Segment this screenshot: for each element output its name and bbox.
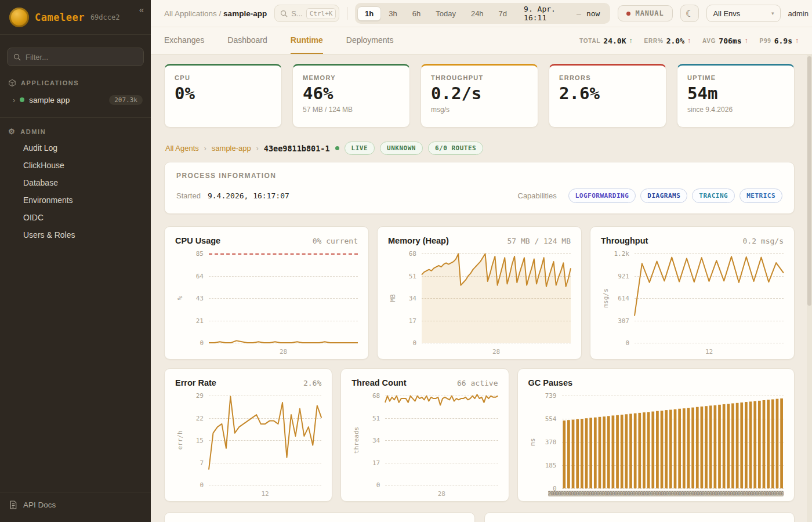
capability-metrics: METRICS: [740, 188, 782, 203]
kpi-card-throughput: THROUGHPUT 0.2/s msg/s: [420, 64, 538, 128]
time-range-today[interactable]: Today: [428, 6, 463, 21]
breadcrumb-current: sample-app: [223, 9, 267, 18]
current-user-label[interactable]: admin: [788, 9, 809, 18]
time-range-display[interactable]: 9. Apr. 16:11 — now: [514, 5, 608, 22]
y-axis-label: %: [176, 296, 183, 300]
process-panel-title: PROCESS INFORMATION: [176, 172, 782, 180]
y-axis-label: err/h: [176, 430, 183, 449]
environment-select[interactable]: All Envs ▾: [706, 5, 780, 22]
sidebar-item-oidc[interactable]: OIDC: [0, 209, 151, 226]
tab-bar: Exchanges Dashboard Runtime Deployments …: [151, 27, 812, 55]
manual-refresh-button[interactable]: MANUAL: [618, 5, 672, 21]
time-range-6h[interactable]: 6h: [405, 6, 428, 21]
sidebar-item-environments[interactable]: Environments: [0, 191, 151, 209]
y-axis-ticks: 7395543701850: [537, 396, 557, 488]
build-version: 69dcce2: [90, 13, 120, 21]
time-to: now: [586, 9, 600, 18]
global-search-input[interactable]: S... Ctrl+K: [274, 5, 339, 22]
chart-title: GC Pauses: [528, 378, 573, 387]
vertical-scrollbar[interactable]: [807, 55, 812, 522]
breadcrumb-root[interactable]: All Applications: [164, 9, 217, 18]
x-axis-tick: 12: [705, 348, 713, 356]
app-name: sample app: [29, 96, 70, 104]
search-shortcut-kbd: Ctrl+K: [306, 8, 336, 19]
application-log-panel: APPLICATION LOG 100 entries ↓: [164, 512, 475, 522]
chevron-right-icon: ›: [204, 144, 206, 153]
applications-section-header: APPLICATIONS: [0, 70, 151, 90]
manual-status-dot: [626, 12, 630, 16]
document-icon: [9, 501, 17, 509]
chart-current-value: 2.6%: [303, 379, 321, 387]
kpi-label: ERRORS: [559, 74, 656, 81]
search-icon: [13, 53, 21, 61]
stat-value: 2.0%: [666, 37, 684, 45]
stat-label: P99: [759, 38, 771, 44]
kpi-sub: 57 MB / 124 MB: [303, 106, 400, 114]
bottom-panels: APPLICATION LOG 100 entries ↓ Timeline 4…: [164, 512, 795, 522]
chart-title: Throughput: [601, 236, 648, 245]
sidebar-filter-input[interactable]: [7, 48, 144, 66]
stat-total: TOTAL 24.0K ↑: [579, 37, 633, 45]
tab-deployments[interactable]: Deployments: [346, 27, 394, 54]
sidebar-item-database[interactable]: Database: [0, 174, 151, 191]
sidebar-collapse-icon[interactable]: «: [139, 5, 144, 14]
sidebar-item-clickhouse[interactable]: ClickHouse: [0, 157, 151, 174]
app-count-badge: 207.3k: [109, 95, 143, 105]
stat-avg: AVG 706ms ↑: [702, 37, 748, 45]
time-dash: —: [577, 9, 581, 18]
chart-current-value: 66 active: [457, 379, 498, 387]
brand-name: Cameleer: [35, 12, 85, 23]
scrollbar-thumb[interactable]: [807, 56, 811, 306]
time-range-3h[interactable]: 3h: [381, 6, 404, 21]
sidebar-item-users-roles[interactable]: Users & Roles: [0, 226, 151, 244]
agent-link-all[interactable]: All Agents: [165, 144, 199, 153]
kpi-card-uptime: UPTIME 54m since 9.4.2026: [677, 64, 795, 128]
timeline-panel: Timeline 4 events ↓: [484, 512, 795, 522]
tab-exchanges[interactable]: Exchanges: [164, 27, 204, 54]
applications-label: APPLICATIONS: [21, 79, 79, 86]
chart-cpu-usage: CPU Usage0% current %856443210 28: [164, 226, 369, 360]
admin-label: ADMIN: [20, 128, 46, 135]
chart-title: Memory (Heap): [388, 236, 449, 245]
environment-value: All Envs: [713, 9, 740, 18]
kpi-value: 0.2/s: [431, 85, 528, 102]
y-axis-label: msg/s: [601, 288, 609, 307]
time-range-1h[interactable]: 1h: [357, 6, 381, 21]
chevron-right-icon[interactable]: ›: [13, 96, 15, 104]
top-bar: All Applications / sample-app S... Ctrl+…: [151, 0, 812, 27]
time-range-24h[interactable]: 24h: [463, 6, 491, 21]
stat-value: 706ms: [719, 37, 741, 45]
charts-row-1: CPU Usage0% current %856443210 28 Memory…: [164, 226, 795, 360]
kpi-label: THROUGHPUT: [431, 74, 528, 81]
capability-tracing: TRACING: [692, 188, 735, 203]
main-area: All Applications / sample-app S... Ctrl+…: [151, 0, 812, 522]
gear-icon: ⚙: [8, 127, 16, 136]
kpi-label: MEMORY: [303, 74, 400, 81]
sidebar-item-sample-app[interactable]: › sample app 207.3k: [0, 90, 151, 109]
stat-label: ERR%: [644, 38, 663, 44]
agent-link-app[interactable]: sample-app: [212, 144, 251, 153]
trend-up-icon: ↑: [744, 37, 748, 45]
time-range-7d[interactable]: 7d: [491, 6, 514, 21]
trend-up-icon: ↑: [795, 37, 799, 45]
sidebar-item-api-docs[interactable]: API Docs: [0, 492, 151, 522]
online-status-dot: [20, 97, 24, 102]
kpi-card-cpu: CPU 0%: [164, 64, 282, 128]
stat-err: ERR% 2.0% ↑: [644, 37, 691, 45]
live-status-dot: [335, 146, 339, 150]
tab-dashboard[interactable]: Dashboard: [227, 27, 267, 54]
filter-field[interactable]: [26, 53, 137, 61]
y-axis-label: MB: [389, 294, 396, 302]
stat-value: 24.0K: [603, 37, 626, 45]
moon-icon: ☾: [686, 8, 694, 19]
tab-runtime[interactable]: Runtime: [291, 27, 323, 54]
dark-mode-toggle[interactable]: ☾: [680, 5, 699, 22]
agent-id: 43ee9811b801-1: [264, 144, 330, 153]
sidebar-item-audit-log[interactable]: Audit Log: [0, 139, 151, 157]
started-label: Started: [176, 191, 201, 200]
chart-title: Thread Count: [351, 378, 406, 387]
chart-thread-count: Thread Count66 active threads685134170 2…: [340, 368, 509, 502]
y-axis-label: ms: [529, 438, 536, 445]
kpi-sub: since 9.4.2026: [687, 106, 784, 114]
chart-current-value: 0% current: [313, 237, 358, 245]
